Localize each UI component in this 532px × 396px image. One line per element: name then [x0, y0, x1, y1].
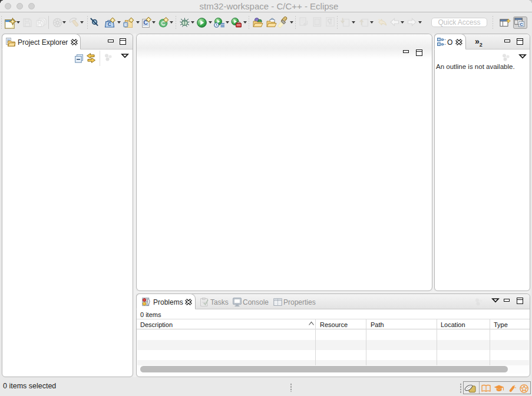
svg-text:C: C	[520, 22, 523, 27]
svg-text:C: C	[108, 21, 112, 27]
svg-text:c: c	[124, 22, 127, 27]
